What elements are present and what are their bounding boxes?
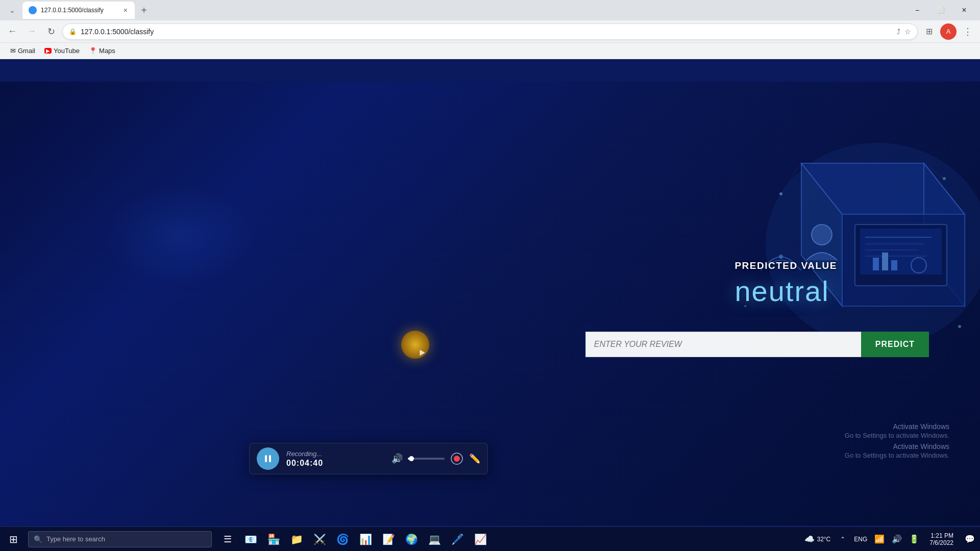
minimize-button[interactable]: − xyxy=(905,2,929,18)
cursor-orb xyxy=(401,331,429,359)
start-button[interactable]: ⊞ xyxy=(1,527,26,552)
window-chevron[interactable]: ⌄ xyxy=(4,2,20,18)
taskbar-app-mail[interactable]: 📧 xyxy=(239,528,262,550)
gmail-label: Gmail xyxy=(18,47,35,55)
recording-info: Recording... 00:04:40 xyxy=(286,450,323,468)
taskbar-app-inkscape[interactable]: 🖊️ xyxy=(446,528,469,550)
recording-panel: Recording... 00:04:40 🔊 ✏️ xyxy=(249,443,488,474)
maps-label: Maps xyxy=(99,47,115,55)
activate-line1: Activate Windows xyxy=(845,422,949,431)
taskbar-app-chrome[interactable]: 🌍 xyxy=(400,528,423,550)
activate-line3: Activate Windows xyxy=(845,442,949,450)
input-lang-button[interactable]: ENG xyxy=(851,527,870,552)
svg-rect-14 xyxy=(891,260,897,270)
taskview-button[interactable]: ☰ xyxy=(216,528,239,550)
tab-title: 127.0.0.1:5000/classify xyxy=(41,7,118,14)
pause-bar-left xyxy=(265,455,267,462)
predicted-value-label: PREDICTED VALUE xyxy=(734,260,837,271)
taskbar-app-store[interactable]: 🏪 xyxy=(262,528,285,550)
volume-icon[interactable]: 🔊 xyxy=(391,453,403,464)
taskbar-app-edge[interactable]: 🌀 xyxy=(331,528,354,550)
review-area: PREDICT xyxy=(585,332,929,357)
predicted-value-container: PREDICTED VALUE neutral xyxy=(734,260,837,308)
tray-overflow-button[interactable]: ⌃ xyxy=(836,527,850,552)
taskbar-app-game[interactable]: ⚔️ xyxy=(308,528,331,550)
wifi-button[interactable]: 📶 xyxy=(871,527,888,552)
svg-rect-13 xyxy=(882,253,888,270)
active-tab[interactable]: 🌐 127.0.0.1:5000/classify × xyxy=(22,2,135,19)
recording-timer: 00:04:40 xyxy=(286,459,323,468)
close-button[interactable]: × xyxy=(952,2,976,18)
svg-rect-6 xyxy=(860,229,942,274)
taskbar-app-ppt[interactable]: 📊 xyxy=(354,528,377,550)
forward-button[interactable]: → xyxy=(23,23,40,40)
recording-controls: 🔊 ✏️ xyxy=(391,452,480,466)
refresh-button[interactable]: ↻ xyxy=(43,23,59,40)
sound-button[interactable]: 🔊 xyxy=(889,527,905,552)
pause-bar-right xyxy=(269,455,271,462)
activate-line4: Go to Settings to activate Windows. xyxy=(845,452,949,459)
gmail-favicon: ✉ xyxy=(10,47,16,55)
taskbar-clock[interactable]: 1:21 PM 7/6/2022 xyxy=(923,527,960,552)
address-bar[interactable]: 🔒 127.0.0.1:5000/classify ⤴ ☆ xyxy=(62,23,918,40)
new-tab-button[interactable]: + xyxy=(137,3,151,17)
lock-icon: 🔒 xyxy=(69,28,77,35)
recording-status: Recording... xyxy=(286,450,323,458)
taskbar-apps: ☰ 📧 🏪 📁 ⚔️ 🌀 📊 📝 🌍 💻 🖊️ 📈 xyxy=(216,528,492,550)
predicted-value-text: neutral xyxy=(734,274,837,308)
browser-titlebar: ⌄ 🌐 127.0.0.1:5000/classify × + − ⬜ × xyxy=(0,0,980,20)
tab-close-button[interactable]: × xyxy=(122,6,129,14)
svg-point-15 xyxy=(812,224,832,245)
svg-rect-12 xyxy=(873,258,879,270)
address-bar-row: ← → ↻ 🔒 127.0.0.1:5000/classify ⤴ ☆ ⊞ A … xyxy=(0,20,980,43)
more-button[interactable]: ⋮ xyxy=(960,23,976,40)
activate-line2: Go to Settings to activate Windows. xyxy=(845,432,949,439)
clock-date: 7/6/2022 xyxy=(929,539,953,546)
bookmark-gmail[interactable]: ✉ Gmail xyxy=(6,45,39,56)
temperature-text: 32°C xyxy=(817,536,830,543)
youtube-label: YouTube xyxy=(54,47,80,55)
edit-button[interactable]: ✏️ xyxy=(469,453,480,464)
taskbar-app-terminal[interactable]: 💻 xyxy=(423,528,446,550)
svg-point-25 xyxy=(454,456,460,462)
page-content: PREDICTED VALUE neutral PREDICT Recordin… xyxy=(0,82,980,525)
svg-point-19 xyxy=(958,325,961,328)
maps-favicon: 📍 xyxy=(89,47,97,55)
activate-windows-watermark: Activate Windows Go to Settings to activ… xyxy=(845,422,949,459)
bookmark-youtube[interactable]: ▶ YouTube xyxy=(40,45,84,56)
taskbar-app-files[interactable]: 📁 xyxy=(285,528,308,550)
predict-button[interactable]: PREDICT xyxy=(861,332,929,357)
window-controls: − ⬜ × xyxy=(905,2,976,18)
youtube-favicon: ▶ xyxy=(44,48,52,54)
cloud-weather-button[interactable]: ☁️ 32°C xyxy=(800,527,835,552)
taskbar-search-icon: 🔍 xyxy=(34,535,42,543)
record-button[interactable] xyxy=(450,452,464,466)
system-tray: ☁️ 32°C ⌃ ENG 📶 🔊 🔋 1:21 PM 7/6/2022 💬 xyxy=(800,527,979,552)
glow-left xyxy=(102,184,255,286)
extensions-button[interactable]: ⊞ xyxy=(921,23,937,40)
volume-slider-handle[interactable] xyxy=(409,456,414,461)
taskbar-app-excel[interactable]: 📈 xyxy=(469,528,492,550)
volume-slider-track[interactable] xyxy=(408,458,445,460)
bookmark-icon[interactable]: ☆ xyxy=(904,28,911,36)
tab-favicon: 🌐 xyxy=(29,6,37,14)
share-icon[interactable]: ⤴ xyxy=(897,28,900,36)
taskbar-search[interactable]: 🔍 Type here to search xyxy=(28,531,212,547)
taskbar: ⊞ 🔍 Type here to search ☰ 📧 🏪 📁 ⚔️ 🌀 📊 📝… xyxy=(0,527,980,551)
cloud-icon: ☁️ xyxy=(804,534,815,544)
pause-button[interactable] xyxy=(257,447,279,470)
svg-point-16 xyxy=(779,255,783,259)
clock-time: 1:21 PM xyxy=(930,532,953,539)
back-button[interactable]: ← xyxy=(4,23,20,40)
review-input[interactable] xyxy=(585,332,861,357)
profile-button[interactable]: A xyxy=(940,23,957,40)
taskbar-search-text: Type here to search xyxy=(46,535,105,543)
address-text: 127.0.0.1:5000/classify xyxy=(81,28,893,36)
bookmarks-bar: ✉ Gmail ▶ YouTube 📍 Maps xyxy=(0,43,980,59)
browser-chrome: ⌄ 🌐 127.0.0.1:5000/classify × + − ⬜ × ← … xyxy=(0,0,980,59)
maximize-button[interactable]: ⬜ xyxy=(929,2,952,18)
taskbar-app-word[interactable]: 📝 xyxy=(377,528,400,550)
bookmark-maps[interactable]: 📍 Maps xyxy=(85,45,119,56)
notification-button[interactable]: 💬 xyxy=(961,527,979,552)
battery-button[interactable]: 🔋 xyxy=(906,527,922,552)
